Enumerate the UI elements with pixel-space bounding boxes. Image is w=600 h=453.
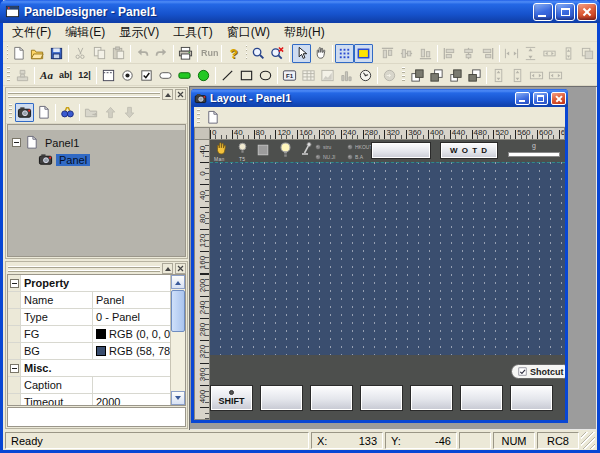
toolbar-separator (130, 45, 131, 62)
save-button[interactable] (47, 44, 66, 63)
panel-canvas[interactable] (210, 162, 565, 355)
find-button[interactable] (58, 103, 77, 122)
new-button[interactable] (9, 44, 28, 63)
font-tool-button[interactable]: Aa (37, 66, 56, 85)
panel-preview-toggle-button[interactable] (354, 44, 373, 63)
menu-window[interactable]: 窗口(W) (220, 23, 277, 42)
fkey-button[interactable] (460, 385, 503, 411)
send-to-back-button[interactable] (427, 66, 446, 85)
lamp-small-widget[interactable] (235, 141, 251, 157)
square-widget[interactable] (256, 143, 272, 159)
status-rc-indicator: RC8 (537, 432, 579, 449)
menu-view[interactable]: 显示(V) (112, 23, 166, 42)
tree-item-panel1[interactable]: Panel1 (8, 134, 185, 151)
fkey-button[interactable] (310, 385, 353, 411)
close-button[interactable] (577, 3, 597, 21)
gauge-widget[interactable]: g (508, 142, 560, 157)
page-icon (205, 110, 220, 125)
maximize-button[interactable] (555, 3, 575, 21)
dock-close-button[interactable] (175, 89, 186, 100)
category-expander[interactable] (10, 364, 19, 373)
fkey-button[interactable] (360, 385, 403, 411)
dock-expand-button[interactable] (162, 89, 173, 100)
tree-expander[interactable] (12, 138, 21, 147)
fkey-button-shift[interactable]: SHIFT (210, 385, 253, 411)
page-view-button[interactable] (34, 103, 53, 122)
fkey-button[interactable] (410, 385, 453, 411)
ellipse-tool-button[interactable] (256, 66, 275, 85)
v-ruler-label: -40 (194, 145, 210, 159)
scroll-thumb[interactable] (171, 290, 185, 332)
grid-toggle-button[interactable] (335, 44, 354, 63)
line-tool-button[interactable] (218, 66, 237, 85)
new-page-button[interactable] (203, 108, 222, 127)
pan-tool-button[interactable] (311, 44, 330, 63)
tree-item-panel[interactable]: Panel (8, 151, 185, 168)
property-scrollbar[interactable] (170, 275, 185, 405)
shotcut-toggle[interactable]: Shotcut (511, 364, 565, 379)
property-row-fg[interactable]: FGRGB (0, 0, 0) (8, 326, 185, 343)
design-canvas[interactable]: Man T5 struNU.JIHKOUTB.A W O T D g (210, 140, 565, 420)
menu-tools[interactable]: 工具(T) (166, 23, 219, 42)
zoom-in-button[interactable] (249, 44, 268, 63)
category-expander[interactable] (10, 279, 19, 288)
dock-close-button[interactable] (175, 263, 186, 274)
layout-minimize-button[interactable] (515, 92, 530, 105)
bar-tool-button[interactable] (175, 66, 194, 85)
line-icon (220, 68, 235, 83)
hand-widget[interactable] (213, 141, 229, 157)
bring-to-front-button[interactable] (408, 66, 427, 85)
property-row-name[interactable]: NamePanel (8, 292, 185, 309)
zoom-off-button[interactable] (268, 44, 287, 63)
menu-file[interactable]: 文件(F) (5, 23, 58, 42)
fkey-button[interactable] (260, 385, 303, 411)
function-key-tool-button[interactable]: F1 (280, 66, 299, 85)
layout-maximize-button[interactable] (533, 92, 548, 105)
scroll-up-button[interactable] (171, 275, 185, 289)
gauge-label: g (508, 142, 560, 149)
dock-expand-button[interactable] (162, 263, 173, 274)
property-row-timeout[interactable]: Timeout2000 (8, 394, 185, 406)
menu-help[interactable]: 帮助(H) (277, 23, 332, 42)
led-indicator[interactable]: NU.JI (314, 152, 344, 162)
meter-tool-button[interactable] (356, 66, 375, 85)
layout-close-button[interactable] (551, 92, 566, 105)
subpanel-tool-button[interactable] (99, 66, 118, 85)
lamp-widget[interactable] (277, 141, 293, 157)
blank-button-widget[interactable] (371, 142, 431, 159)
h-ruler-label: 320 (386, 128, 399, 137)
meter-icon (358, 68, 373, 83)
lever-widget[interactable] (298, 141, 314, 157)
open-button[interactable] (28, 44, 47, 63)
scroll-down-button[interactable] (171, 391, 185, 405)
print-button[interactable] (176, 44, 195, 63)
table-tool-button (299, 66, 318, 85)
wotd-button-widget[interactable]: W O T D (440, 142, 498, 159)
led-tool-button[interactable] (194, 66, 213, 85)
property-row-bg[interactable]: BGRGB (58, 78, 111 (8, 343, 185, 360)
text-label-tool-button[interactable]: ab| (56, 66, 75, 85)
select-tool-button[interactable] (292, 44, 311, 63)
copy-button (90, 44, 109, 63)
dock-gripper[interactable] (8, 266, 160, 272)
radio-tool-button[interactable] (118, 66, 137, 85)
fkey-button[interactable] (510, 385, 553, 411)
property-row-type[interactable]: Type0 - Panel (8, 309, 185, 326)
menu-edit[interactable]: 编辑(E) (58, 23, 112, 42)
dock-gripper[interactable] (8, 92, 160, 98)
panel-view-button[interactable] (15, 103, 34, 122)
numeric-label-tool-button[interactable]: 12| (75, 66, 94, 85)
checkbox-tool-button[interactable] (137, 66, 156, 85)
stamp-button (13, 66, 32, 85)
new-icon (11, 46, 26, 61)
bring-forward-button[interactable] (446, 66, 465, 85)
send-backward-button[interactable] (465, 66, 484, 85)
rectangle-tool-button[interactable] (237, 66, 256, 85)
button-tool-button[interactable] (156, 66, 175, 85)
led-indicator[interactable]: stru (314, 142, 344, 152)
resize-grip[interactable] (581, 432, 595, 449)
minimize-button[interactable] (533, 3, 553, 21)
property-row-caption[interactable]: Caption (8, 377, 185, 394)
help-button[interactable]: ? (224, 44, 243, 63)
save-icon (49, 46, 64, 61)
